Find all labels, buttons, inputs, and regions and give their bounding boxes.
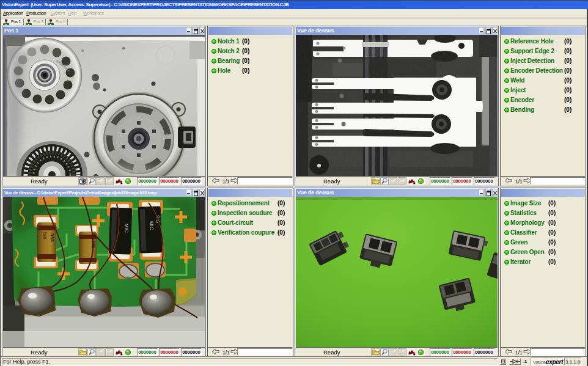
svg-text:335: 335: [50, 233, 55, 242]
svg-text:526: 526: [43, 232, 47, 240]
svg-text:MIC: MIC: [149, 221, 155, 230]
svg-text:MIC: MIC: [123, 224, 130, 233]
